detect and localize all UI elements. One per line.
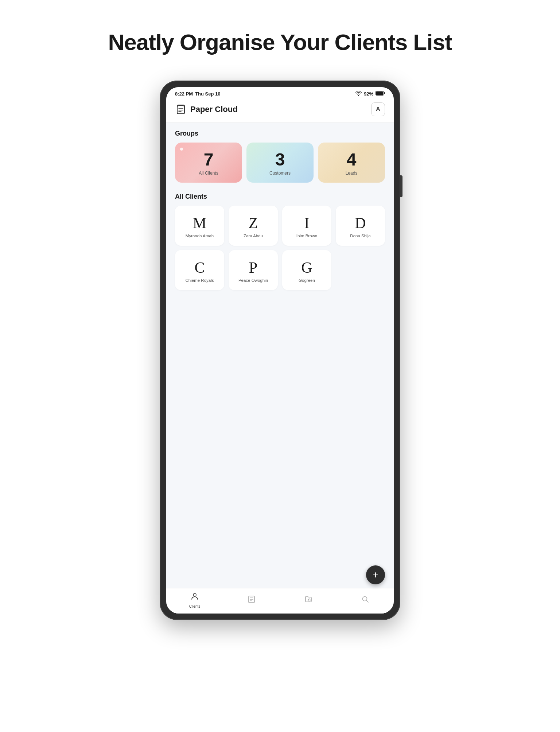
groups-row: 7 All Clients 3 Customers 4 Leads xyxy=(175,143,385,183)
client-initial-4: C xyxy=(194,260,205,275)
client-name-6: Gogreen xyxy=(299,278,315,283)
screen-wrapper: Groups 7 All Clients 3 Customers 4 xyxy=(166,122,394,614)
svg-rect-2 xyxy=(376,92,383,95)
clients-section: All Clients M Myranda Amah Z Zara Abdu I xyxy=(175,193,385,290)
svg-line-14 xyxy=(367,600,369,602)
tab-clients[interactable]: Clients xyxy=(166,592,223,608)
leads-number: 4 xyxy=(347,151,357,168)
client-card-5[interactable]: P Peace Owoghiri xyxy=(229,250,278,290)
client-card-6[interactable]: G Gogreen xyxy=(282,250,331,290)
app-logo-icon xyxy=(175,104,187,115)
wifi-icon xyxy=(355,92,362,96)
battery-icon xyxy=(376,91,385,97)
client-initial-0: M xyxy=(193,215,206,231)
clients-tab-label: Clients xyxy=(189,604,201,608)
client-card-4[interactable]: C Chieme Royals xyxy=(175,250,224,290)
group-card-customers[interactable]: 3 Customers xyxy=(246,143,314,183)
all-clients-label: All Clients xyxy=(199,171,218,176)
notes-tab-icon xyxy=(247,595,256,606)
files-tab-icon xyxy=(304,595,313,606)
svg-point-13 xyxy=(363,596,367,601)
all-clients-number: 7 xyxy=(204,151,214,168)
clients-tab-icon xyxy=(190,592,199,603)
client-name-0: Myranda Amah xyxy=(186,234,214,238)
status-bar: 8:22 PM Thu Sep 10 92% xyxy=(166,87,394,99)
status-right: 92% xyxy=(355,91,385,97)
customers-label: Customers xyxy=(269,171,291,176)
client-name-4: Chieme Royals xyxy=(186,278,214,283)
add-client-fab[interactable]: + xyxy=(366,565,385,584)
client-initial-2: I xyxy=(304,215,310,231)
client-name-5: Peace Owoghiri xyxy=(238,278,268,283)
main-content: Groups 7 All Clients 3 Customers 4 xyxy=(166,122,394,588)
client-name-1: Zara Abdu xyxy=(244,234,263,238)
tab-search[interactable] xyxy=(337,595,394,606)
client-initial-5: P xyxy=(249,260,257,275)
svg-rect-3 xyxy=(177,105,184,114)
ipad-screen: 8:22 PM Thu Sep 10 92% xyxy=(166,87,394,614)
client-card-0[interactable]: M Myranda Amah xyxy=(175,206,224,246)
status-left: 8:22 PM Thu Sep 10 xyxy=(175,91,221,97)
svg-point-7 xyxy=(193,593,196,596)
client-card-3[interactable]: D Dona Shija xyxy=(336,206,385,246)
leads-label: Leads xyxy=(346,171,358,176)
battery-label: 92% xyxy=(364,91,373,97)
tab-bar: Clients xyxy=(166,588,394,614)
group-card-all-clients[interactable]: 7 All Clients xyxy=(175,143,242,183)
ipad-frame: 8:22 PM Thu Sep 10 92% xyxy=(160,81,400,620)
avatar-button[interactable]: A xyxy=(371,102,385,116)
date-display: Thu Sep 10 xyxy=(195,91,220,97)
client-name-3: Dona Shija xyxy=(350,234,370,238)
client-initial-1: Z xyxy=(249,215,258,231)
client-card-1[interactable]: Z Zara Abdu xyxy=(229,206,278,246)
app-logo: Paper Cloud xyxy=(175,104,238,115)
client-card-2[interactable]: I Ibim Brown xyxy=(282,206,331,246)
group-dot xyxy=(180,148,183,151)
app-name-label: Paper Cloud xyxy=(190,105,238,114)
tab-files[interactable] xyxy=(280,595,337,606)
group-card-leads[interactable]: 4 Leads xyxy=(318,143,385,183)
search-tab-icon xyxy=(361,595,370,606)
client-name-2: Ibim Brown xyxy=(296,234,318,238)
page-title: Neatly Organise Your Clients List xyxy=(108,29,452,55)
client-initial-6: G xyxy=(301,260,312,275)
app-header: Paper Cloud A xyxy=(166,99,394,122)
svg-rect-1 xyxy=(384,92,385,94)
groups-section: Groups 7 All Clients 3 Customers 4 xyxy=(175,130,385,183)
tab-notes[interactable] xyxy=(223,595,280,606)
clients-grid: M Myranda Amah Z Zara Abdu I Ibim Brown xyxy=(175,206,385,290)
groups-section-title: Groups xyxy=(175,130,385,137)
clients-section-title: All Clients xyxy=(175,193,385,200)
customers-number: 3 xyxy=(275,151,285,168)
time-display: 8:22 PM xyxy=(175,91,193,97)
client-initial-3: D xyxy=(355,215,366,231)
